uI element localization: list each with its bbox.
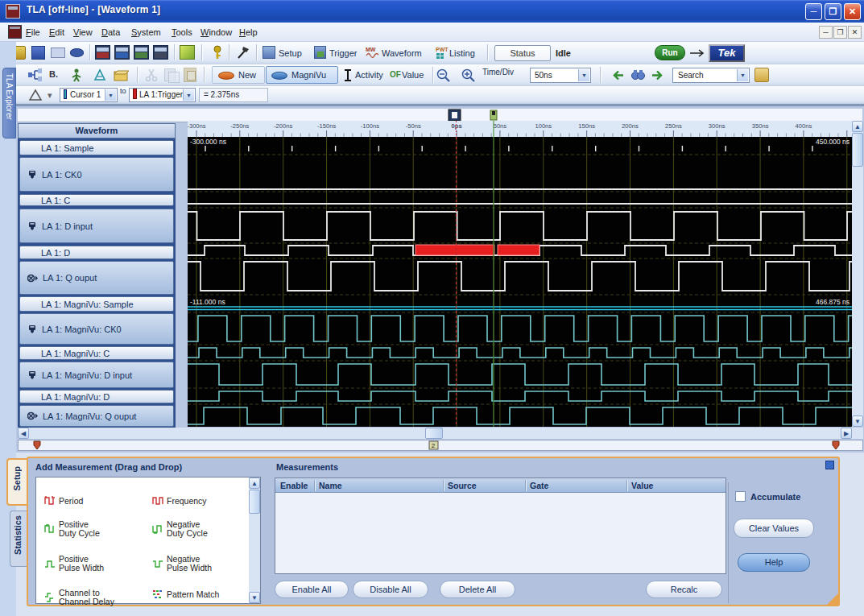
svg-text:-111.000 ns: -111.000 ns: [190, 298, 225, 306]
svg-text:-150ns: -150ns: [317, 122, 336, 130]
svg-text:-100ns: -100ns: [361, 122, 379, 130]
svg-text:250ns: 250ns: [665, 122, 682, 130]
svg-text:150ns: 150ns: [578, 122, 595, 130]
svg-text:100ns: 100ns: [535, 122, 552, 130]
svg-text:450.000 ns: 450.000 ns: [816, 138, 850, 146]
svg-text:200ns: 200ns: [622, 122, 639, 130]
svg-text:50ns: 50ns: [494, 122, 507, 130]
svg-text:350ns: 350ns: [752, 122, 769, 130]
svg-text:-250ns: -250ns: [230, 122, 249, 130]
svg-text:-300ns: -300ns: [188, 122, 206, 130]
svg-text:400ns: 400ns: [796, 122, 812, 130]
svg-text:B.: B.: [49, 69, 58, 79]
svg-text:466.875 ns: 466.875 ns: [816, 298, 850, 306]
svg-text:MW: MW: [366, 47, 376, 52]
svg-text:-200ns: -200ns: [274, 122, 292, 130]
svg-text:2: 2: [432, 442, 436, 449]
svg-text:-300.000 ns: -300.000 ns: [190, 138, 226, 146]
svg-text:-50ns: -50ns: [406, 122, 421, 130]
svg-text:300ns: 300ns: [709, 122, 726, 130]
svg-text:PWT: PWT: [436, 47, 449, 52]
